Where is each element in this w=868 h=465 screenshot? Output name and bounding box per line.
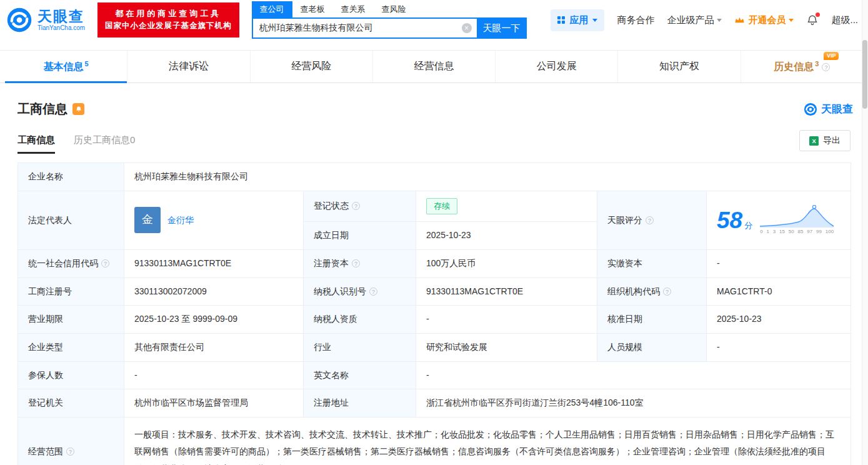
scrollbar-thumb[interactable]	[862, 40, 867, 109]
tianyancha-logo-icon	[6, 7, 32, 33]
search-tab-company[interactable]: 查公司	[252, 1, 292, 18]
subscribe-bell-icon[interactable]	[72, 103, 84, 115]
export-button[interactable]: X 导出	[799, 130, 851, 151]
help-icon[interactable]	[66, 448, 74, 456]
field-label-business-scope: 经营范围	[18, 417, 124, 465]
help-icon[interactable]	[646, 216, 654, 224]
company-section-tabs: 基本信息5 法律诉讼 经营风险 经营信息 公司发展 知识产权 历史信息3 VIP	[0, 50, 868, 83]
field-value-org-code: MAG1CTRT-0	[707, 278, 851, 306]
field-label-legal-rep: 法定代表人	[18, 191, 124, 250]
notifications-bell-icon[interactable]	[806, 14, 819, 26]
help-icon[interactable]	[663, 288, 671, 296]
tianyancha-logo[interactable]: 天眼查 TianYanCha.com	[6, 7, 89, 33]
tab-operation-risk[interactable]: 经营风险	[250, 51, 372, 82]
nav-super-vip[interactable]: 超级...	[831, 14, 858, 26]
field-value-reg-capital: 100万人民币	[416, 249, 597, 278]
field-label-paid-capital: 实缴资本	[597, 249, 707, 278]
nav-open-membership[interactable]: 开通会员	[734, 14, 794, 26]
help-icon[interactable]	[369, 288, 377, 296]
promo-line-1: 都在用的商业查询工具	[105, 8, 232, 20]
score-unit: 分	[744, 221, 752, 230]
subtab-history-business-info[interactable]: 历史工商信息0	[74, 134, 135, 154]
promo-line-2: 国家中小企业发展子基金旗下机构	[105, 20, 232, 32]
field-label-company-name: 企业名称	[18, 163, 124, 191]
promo-banner: 都在用的商业查询工具 国家中小企业发展子基金旗下机构	[97, 2, 239, 38]
search-button[interactable]: 天眼一下	[477, 18, 527, 39]
field-value-paid-capital: -	[707, 249, 851, 278]
field-label-credit-code: 统一社会信用代码	[18, 249, 124, 278]
field-label-staff-size: 人员规模	[597, 333, 707, 361]
field-value-reg-number: 330113002072009	[124, 278, 304, 306]
field-value-taxpayer-id: 91330113MAG1CTRT0E	[416, 278, 597, 306]
field-value-company-name: 杭州珀莱雅生物科技有限公司	[124, 163, 851, 191]
help-icon[interactable]	[101, 259, 109, 268]
tianyancha-logo-icon	[804, 102, 817, 116]
field-label-reg-address: 注册地址	[304, 389, 416, 418]
field-label-org-code: 组织机构代码	[597, 278, 707, 306]
chevron-down-icon	[789, 19, 794, 22]
field-label-reg-status: 登记状态	[304, 191, 416, 222]
field-value-business-scope: 一般项目：技术服务、技术开发、技术咨询、技术交流、技术转让、技术推广；化妆品批发…	[124, 417, 851, 465]
field-value-approval-date: 2025-10-23	[707, 306, 851, 334]
field-label-reg-capital: 注册资本	[304, 249, 416, 278]
excel-icon: X	[809, 136, 819, 146]
crown-icon	[734, 16, 745, 24]
tab-company-development[interactable]: 公司发展	[495, 51, 617, 82]
clear-icon[interactable]	[462, 23, 472, 33]
search-tab-risk[interactable]: 查风险	[374, 1, 414, 18]
tianyancha-watermark-logo: 天眼查	[804, 102, 853, 116]
apps-grid-icon	[557, 16, 565, 24]
search-box: 天眼一下	[252, 18, 527, 39]
search-input[interactable]	[252, 18, 477, 39]
field-label-establish-date: 成立日期	[304, 222, 416, 250]
subtab-row: 工商信息 历史工商信息0 X 导出	[17, 130, 851, 154]
legal-rep-name-link[interactable]: 金衍华	[167, 214, 194, 228]
business-info-table: 企业名称 杭州珀莱雅生物科技有限公司 法定代表人 金 金衍华 登记状态 存续 天…	[17, 162, 851, 465]
field-label-insured-count: 参保人数	[18, 361, 124, 389]
svg-text:X: X	[812, 138, 816, 144]
search-tab-relation[interactable]: 查关系	[333, 1, 374, 18]
tab-basic-info[interactable]: 基本信息5	[5, 51, 127, 82]
search-tabs: 查公司 查老板 查关系 查风险	[252, 1, 527, 18]
tab-intellectual-property[interactable]: 知识产权	[617, 51, 740, 82]
field-value-reg-address: 浙江省杭州市临平区乔司街道汀兰街253号4幢106-110室	[416, 389, 851, 418]
field-label-reg-authority: 登记机关	[18, 389, 124, 418]
scrollbar[interactable]	[862, 0, 868, 465]
apps-menu-label: 应用	[569, 14, 588, 26]
score-axis-labels: 0131550859799100	[760, 228, 834, 236]
field-value-company-type: 其他有限责任公司	[124, 333, 304, 361]
top-header: 天眼查 TianYanCha.com 都在用的商业查询工具 国家中小企业发展子基…	[0, 0, 868, 40]
field-label-approval-date: 核准日期	[597, 306, 707, 334]
field-value-business-term: 2025-10-23 至 9999-09-09	[124, 306, 304, 334]
legal-rep-avatar[interactable]: 金	[134, 207, 161, 233]
field-label-taxpayer-id: 纳税人识别号	[304, 278, 416, 306]
status-badge: 存续	[426, 198, 457, 214]
help-icon[interactable]	[352, 202, 360, 210]
field-value-english-name: -	[416, 361, 851, 389]
help-icon[interactable]	[822, 63, 830, 71]
search-area: 查公司 查老板 查关系 查风险 天眼一下	[252, 1, 527, 39]
nav-enterprise-products[interactable]: 企业级产品	[667, 14, 722, 26]
field-value-reg-authority: 杭州市临平区市场监督管理局	[124, 389, 304, 418]
score-number: 58	[717, 208, 742, 233]
search-tab-boss[interactable]: 查老板	[292, 1, 333, 18]
tab-legal-proceedings[interactable]: 法律诉讼	[127, 51, 249, 82]
field-value-legal-rep: 金 金衍华	[124, 191, 304, 250]
field-label-company-type: 企业类型	[18, 333, 124, 361]
brand-name: 天眼查	[37, 9, 85, 24]
header-nav: 应用 商务合作 企业级产品 开通会员 超级...	[551, 9, 862, 31]
apps-menu-button[interactable]: 应用	[551, 9, 604, 31]
field-label-english-name: 英文名称	[304, 361, 416, 389]
help-icon[interactable]	[352, 259, 360, 268]
subtab-business-info[interactable]: 工商信息	[17, 134, 55, 154]
tab-history-info[interactable]: 历史信息3 VIP	[741, 51, 863, 82]
field-value-reg-status: 存续	[416, 191, 597, 222]
tab-operation-info[interactable]: 经营信息	[372, 51, 495, 82]
brand-domain: TianYanCha.com	[37, 24, 85, 31]
notification-dot	[816, 12, 820, 17]
field-value-credit-code: 91330113MAG1CTRT0E	[124, 249, 304, 278]
section-title: 工商信息	[17, 101, 67, 118]
field-value-taxpayer-quality: -	[416, 306, 597, 334]
score-curve-chart: 0131550859799100	[760, 205, 834, 236]
nav-business-cooperation[interactable]: 商务合作	[617, 14, 654, 26]
